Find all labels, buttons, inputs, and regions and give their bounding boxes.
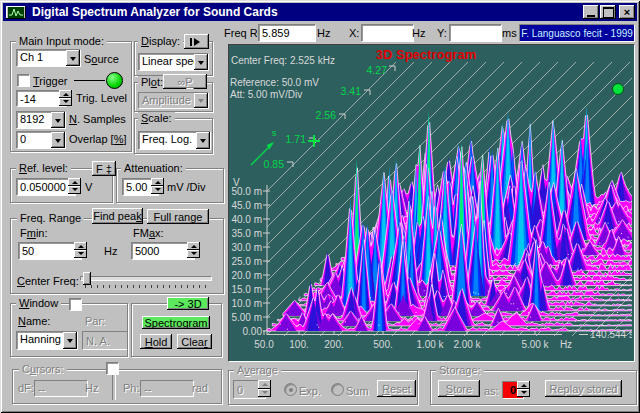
to-3d-button[interactable]: -> 3D [167, 297, 209, 310]
app-window: Digital Spectrum Analyzer for Sound Card… [0, 0, 640, 413]
plot-inf-button: ∞ P [163, 74, 207, 89]
freq-res-unit: Hz [317, 27, 330, 39]
svg-text:0.00: 0.00 [243, 326, 263, 337]
replay-stored-button: Replay stored [545, 380, 622, 397]
cursors-title: Cursors: [19, 363, 67, 375]
svg-text:25.0 m: 25.0 m [231, 256, 262, 267]
svg-text:3.41: 3.41 [341, 85, 362, 97]
svg-text:5.00 m: 5.00 m [231, 312, 262, 323]
play-icon [194, 38, 204, 46]
spectrogram-button[interactable]: Spectrogram [142, 316, 210, 329]
cursors-checkbox[interactable] [106, 362, 119, 375]
svg-text:2.00 k: 2.00 k [453, 339, 481, 350]
storage-title: Storage: [436, 364, 484, 376]
svg-text:50.0: 50.0 [254, 339, 274, 350]
svg-text:45.0 m: 45.0 m [231, 200, 262, 211]
close-icon: × [624, 6, 630, 18]
f-toggle-button[interactable]: F ‡ [92, 161, 116, 176]
freq-range-title: Freq. Range [17, 212, 84, 224]
window-fn-title: Window [16, 297, 61, 309]
svg-text:10.0 m: 10.0 m [231, 298, 262, 309]
freq-res-field[interactable]: 5.859 [258, 24, 316, 42]
minimize-icon [587, 15, 595, 17]
svg-text:20.0 m: 20.0 m [231, 270, 262, 281]
svg-text:s: s [272, 127, 277, 138]
cursor-y-label: Y: [437, 27, 447, 39]
store-button: Store [438, 380, 480, 397]
svg-text:1.00 k: 1.00 k [416, 339, 444, 350]
window-fn-checkbox[interactable] [69, 298, 82, 311]
svg-text:100.: 100. [289, 339, 308, 350]
display-title: Display: [138, 35, 183, 47]
cursor-y-field[interactable] [449, 24, 502, 42]
main-input-title: Main Input mode: [16, 35, 107, 47]
find-peak-button[interactable]: Find peak [92, 208, 143, 224]
svg-text:Hz: Hz [560, 339, 572, 350]
svg-text:4.27: 4.27 [367, 64, 388, 76]
svg-text:1.71: 1.71 [286, 133, 307, 145]
clear-button[interactable]: Clear [177, 334, 212, 349]
close-button[interactable]: × [619, 5, 635, 19]
oscilloscope-icon [8, 7, 24, 18]
reset-button: Reset [377, 380, 416, 397]
attenuation-title: Attenuation: [121, 162, 186, 174]
cursor-y-unit: ms [502, 27, 517, 39]
main-input-group [10, 41, 132, 152]
run-button[interactable] [184, 34, 209, 49]
minimize-button[interactable] [583, 5, 599, 19]
cursor-x-field[interactable] [361, 24, 414, 42]
svg-text:Reference: 50.0 mV: Reference: 50.0 mV [230, 77, 319, 88]
maximize-icon [603, 7, 614, 18]
cursor-x-label: X: [349, 27, 359, 39]
hold-button[interactable]: Hold [140, 334, 172, 349]
slider-thumb[interactable] [83, 272, 91, 285]
window-fn-group [10, 303, 128, 357]
credit-banner: F. Languasco fecit - 1999 [519, 24, 635, 42]
plot-title: Plot: [138, 76, 166, 88]
svg-text:0.85: 0.85 [264, 158, 285, 170]
app-icon [6, 6, 26, 19]
svg-text:Att: 5.00 mV/Div: Att: 5.00 mV/Div [230, 89, 302, 100]
svg-text:3D Spectrogram: 3D Spectrogram [376, 47, 476, 62]
maximize-button[interactable] [600, 5, 616, 19]
svg-text:5.00 k: 5.00 k [521, 339, 549, 350]
svg-text:35.0 m: 35.0 m [231, 228, 262, 239]
svg-text:200.: 200. [324, 339, 343, 350]
play-bar-icon [190, 38, 192, 46]
svg-text:500.: 500. [373, 339, 392, 350]
full-range-button[interactable]: Full range [147, 209, 209, 224]
cursor-x-unit: Hz [412, 27, 425, 39]
svg-text:2.56: 2.56 [316, 109, 337, 121]
average-title: Average [234, 364, 281, 376]
svg-text:40.0 m: 40.0 m [231, 214, 262, 225]
spectrogram-plot: 50.0 m45.0 m40.0 m35.0 m30.0 m25.0 m20.0… [228, 44, 635, 362]
scale-title: Scale: [138, 112, 175, 124]
freq-range-group [10, 218, 224, 294]
waterfall-canvas: 50.0 m45.0 m40.0 m35.0 m30.0 m25.0 m20.0… [229, 45, 632, 359]
svg-text:V: V [233, 177, 240, 188]
title-bar[interactable]: Digital Spectrum Analyzer for Sound Card… [3, 3, 637, 21]
svg-text:30.0 m: 30.0 m [231, 242, 262, 253]
svg-text:15.0 m: 15.0 m [231, 284, 262, 295]
svg-text:Center Freq: 2.525 kHz: Center Freq: 2.525 kHz [231, 55, 335, 66]
ref-level-title: Ref. level: [16, 162, 71, 174]
window-title: Digital Spectrum Analyzer for Sound Card… [32, 5, 278, 19]
